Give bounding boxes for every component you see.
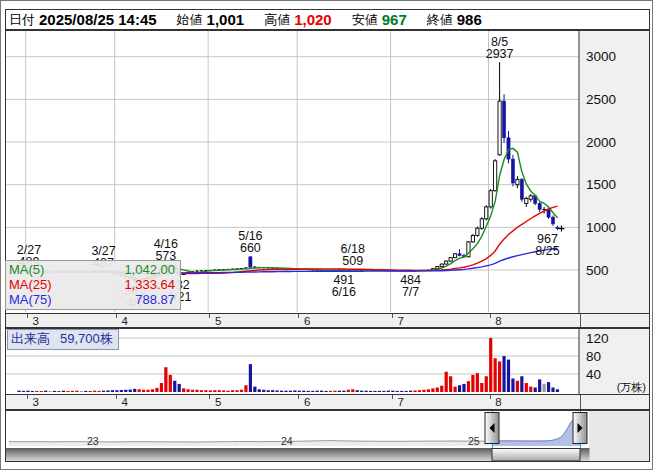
volume-bar [316,391,319,392]
volume-bar [98,391,101,392]
range-navigator[interactable]: 232425 [5,410,650,462]
volume-bar [84,391,87,392]
volume-bar [222,390,225,392]
month-label: 6 [304,315,310,327]
volume-bar [534,388,537,393]
candle-up [489,191,492,207]
volume-bar [373,391,376,392]
candle-up [529,196,532,199]
volume-bar [115,390,118,392]
volume-tick-label: 40 [586,367,601,382]
volume-bar [129,390,132,392]
volume-bar [360,391,363,392]
month-label: 5 [215,396,221,408]
volume-bar [480,383,483,392]
axis-separator [580,314,581,327]
high-label: 高値 [264,11,290,29]
volume-bar [262,390,265,392]
volume-bar [396,391,399,392]
month-label: 6 [304,396,310,408]
annotation-date: 8/25 [535,244,559,258]
legend-ma-name: MA(25) [9,277,52,292]
volume-bar [356,390,359,392]
candle-up [471,235,474,241]
candle-down [502,101,505,138]
volume-bar [387,391,390,392]
legend-row: MA(75)788.87 [9,292,175,307]
volume-bar [26,391,29,392]
price-tick-label: 3000 [586,49,616,64]
volume-bar [151,389,154,392]
legend-ma-name: MA(5) [9,262,44,277]
volume-bar [422,390,425,392]
volume-bar [44,391,47,392]
volume-bar [178,384,181,392]
volume-bar [80,391,83,392]
month-label: 8 [495,315,501,327]
month-tick [27,314,28,318]
volume-bar [22,391,25,392]
month-axis-top: 345678 [5,314,650,328]
volume-bar [142,390,145,392]
ma-legend: MA(5)1,042.00MA(25)1,333.64MA(75)788.87 [5,260,181,310]
volume-bar [138,389,141,392]
month-tick [490,395,491,399]
nav-handle-left[interactable] [485,413,499,444]
stock-chart-window: 日付 2025/08/25 14:45 始値 1,001 高値 1,020 安値… [0,0,653,470]
nav-handle-right[interactable] [573,413,587,444]
volume-bar [124,390,127,392]
volume-bar [213,390,216,392]
legend-row: MA(25)1,333.64 [9,277,175,292]
candle-up [480,219,483,228]
volume-bar [556,389,559,392]
volume-bar [49,391,52,392]
volume-bar [302,391,305,392]
volume-bar [511,379,514,393]
volume-bar [187,389,190,392]
volume-bar [418,390,421,392]
volume-bar [431,388,434,392]
volume-bar [525,383,528,392]
month-tick [490,314,491,318]
volume-bar [502,356,505,392]
volume-bar [40,391,43,392]
price-chart-panel: 300025002000150010005002/274893/27487361… [5,30,650,314]
volume-bar [458,385,461,392]
candle-up [454,254,457,258]
volume-tick-label: 120 [586,331,609,346]
volume-bar [240,390,243,392]
candle-down [249,257,252,267]
annotation-date: 7/7 [402,285,419,299]
volume-bar [551,388,554,393]
open-value: 1,001 [207,11,245,28]
candle-up [498,101,501,155]
volume-bar [218,390,221,392]
candle-down [507,138,510,159]
candle-down [520,180,523,200]
volume-bar [409,391,412,392]
volume-bar [311,391,314,392]
volume-bar [155,388,158,392]
price-tick-label: 500 [586,263,609,278]
volume-bar [507,360,510,392]
month-label: 3 [32,315,38,327]
nav-scroll-thumb[interactable] [492,449,580,462]
annotation-value: 509 [342,254,363,268]
price-tick-label: 1500 [586,177,616,192]
volume-bar [520,376,523,392]
annotation-value: 660 [240,241,261,255]
volume-bar [231,390,234,392]
month-label: 5 [215,315,221,327]
volume-bar [258,389,261,392]
volume-bar [106,390,109,392]
volume-bar [529,387,532,392]
volume-bar [75,391,78,392]
volume-bar [485,376,488,392]
volume-bar [391,391,394,392]
volume-unit-label: (万株) [617,381,646,393]
volume-bar [307,391,310,392]
candle-up [440,264,443,267]
candle-up [485,207,488,219]
volume-bar [449,376,452,392]
axis-separator [580,395,581,409]
